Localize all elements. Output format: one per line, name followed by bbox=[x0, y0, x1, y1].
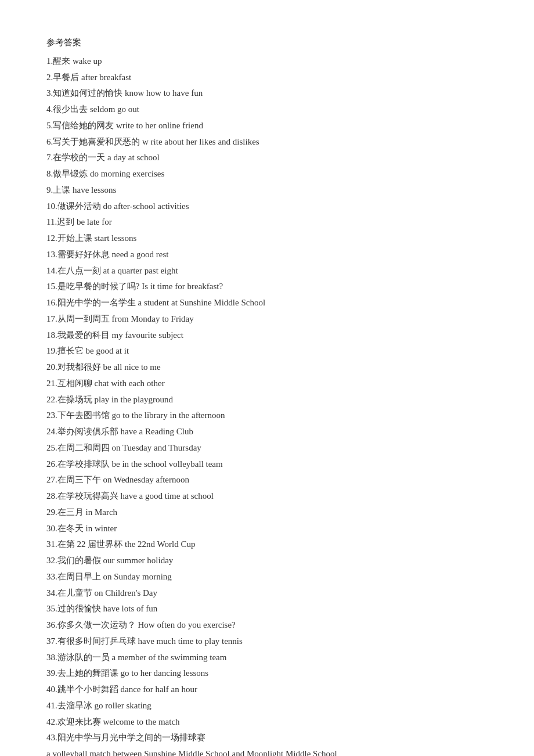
list-item: 40.跳半个小时舞蹈 dance for half an hour bbox=[46, 682, 488, 698]
list-item: 31.在第 22 届世界杯 the 22nd World Cup bbox=[46, 537, 488, 553]
list-item: 30.在冬天 in winter bbox=[46, 521, 488, 537]
list-item: 42.欢迎来比赛 welcome to the match bbox=[46, 714, 488, 730]
list-item: 33.在周日早上 on Sunday morning bbox=[46, 569, 488, 585]
list-item: 1.醒来 wake up bbox=[46, 53, 488, 70]
list-item: 34.在儿童节 on Children's Day bbox=[46, 585, 488, 602]
list-item: 3.知道如何过的愉快 know how to have fun bbox=[46, 85, 488, 102]
list-item: 14.在八点一刻 at a quarter past eight bbox=[46, 263, 488, 279]
list-item: 38.游泳队的一员 a member of the swimming team bbox=[46, 650, 488, 666]
list-item: 21.互相闲聊 chat with each other bbox=[46, 376, 488, 392]
list-item: 2.早餐后 after breakfast bbox=[46, 70, 488, 86]
list-item: 16.阳光中学的一名学生 a student at Sunshine Middl… bbox=[46, 295, 488, 311]
list-item: 5.写信给她的网友 write to her online friend bbox=[46, 118, 488, 134]
list-item: 10.做课外活动 do after-school activities bbox=[46, 199, 488, 215]
list-item: 39.去上她的舞蹈课 go to her dancing lessons bbox=[46, 665, 488, 682]
list-item: 22.在操场玩 play in the playground bbox=[46, 392, 488, 408]
list-item: 25.在周二和周四 on Tuesday and Thursday bbox=[46, 440, 488, 456]
list-item: 17.从周一到周五 from Monday to Friday bbox=[46, 311, 488, 327]
list-item: 27.在周三下午 on Wednesday afternoon bbox=[46, 472, 488, 488]
list-item: 11.迟到 be late for bbox=[46, 214, 488, 231]
list-item: 15.是吃早餐的时候了吗? Is it time for breakfast? bbox=[46, 279, 488, 295]
list-item: 7.在学校的一天 a day at school bbox=[46, 150, 488, 166]
page-title: 参考答案 bbox=[46, 35, 488, 51]
list-item: 32.我们的暑假 our summer holiday bbox=[46, 553, 488, 569]
list-item: 12.开始上课 start lessons bbox=[46, 231, 488, 247]
list-item: 37.有很多时间打乒乓球 have much time to play tenn… bbox=[46, 633, 488, 650]
list-item: 28.在学校玩得高兴 have a good time at school bbox=[46, 488, 488, 505]
list-item: 18.我最爱的科目 my favourite subject bbox=[46, 327, 488, 344]
list-item: 26.在学校排球队 be in the school volleyball te… bbox=[46, 456, 488, 473]
list-item: 9.上课 have lessons bbox=[46, 182, 488, 199]
list-item: 43.阳光中学与月光中学之间的一场排球赛a volleyball match b… bbox=[46, 730, 488, 756]
list-item: 36.你多久做一次运动？ How often do you exercise? bbox=[46, 617, 488, 633]
list-item: 41.去溜旱冰 go roller skating bbox=[46, 698, 488, 714]
list-item: 29.在三月 in March bbox=[46, 505, 488, 521]
list-item: 24.举办阅读俱乐部 have a Reading Club bbox=[46, 424, 488, 440]
list-item: 20.对我都很好 be all nice to me bbox=[46, 359, 488, 376]
list-item: 6.写关于她喜爱和厌恶的 w rite about her likes and … bbox=[46, 134, 488, 150]
list-item: 4.很少出去 seldom go out bbox=[46, 102, 488, 118]
list-item: 8.做早锻炼 do morning exercises bbox=[46, 166, 488, 182]
list-item: 13.需要好好休息 need a good rest bbox=[46, 247, 488, 263]
list-item: 19.擅长它 be good at it bbox=[46, 343, 488, 359]
list-item: 23.下午去图书馆 go to the library in the after… bbox=[46, 408, 488, 424]
list-item: 35.过的很愉快 have lots of fun bbox=[46, 601, 488, 617]
